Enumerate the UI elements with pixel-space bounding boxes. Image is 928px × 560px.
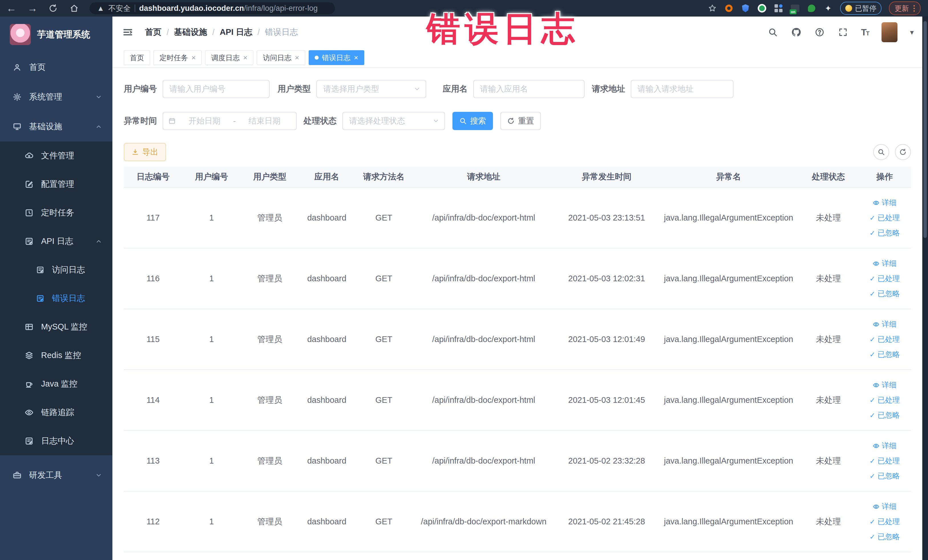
detail-link[interactable]: 详细 — [873, 198, 897, 208]
close-icon[interactable]: × — [243, 54, 247, 61]
mark-processed-link[interactable]: ✓ 已处理 — [870, 273, 900, 284]
cloud-upload-icon — [24, 151, 34, 160]
sidebar-item-java-monitor[interactable]: Java 监控 — [0, 370, 112, 398]
url-text[interactable]: dashboard.yudao.iocoder.cn/infra/log/api… — [139, 4, 318, 13]
sidebar-item-file-management[interactable]: 文件管理 — [0, 142, 112, 170]
detail-link[interactable]: 详细 — [873, 258, 897, 269]
cell-exception-time: 2021-05-03 12:01:45 — [554, 395, 659, 405]
extension-on-badge-icon[interactable]: on — [791, 4, 800, 13]
sidebar-item-tracing[interactable]: 链路追踪 — [0, 398, 112, 427]
mark-ignored-link[interactable]: ✓ 已忽略 — [870, 471, 900, 481]
sidebar-item-log-center[interactable]: 日志中心 — [0, 427, 112, 455]
sidebar-toggle-icon[interactable] — [123, 27, 133, 37]
search-icon[interactable] — [768, 27, 778, 38]
user-type-select[interactable]: 请选择用户类型 — [316, 80, 426, 98]
tag-home[interactable]: 首页 — [124, 50, 150, 65]
close-icon[interactable]: × — [191, 54, 196, 61]
request-url-input[interactable] — [631, 80, 733, 98]
detail-link[interactable]: 详细 — [873, 380, 897, 390]
caret-down-icon[interactable]: ▾ — [910, 28, 914, 37]
close-icon[interactable]: × — [354, 54, 358, 61]
mark-processed-link[interactable]: ✓ 已处理 — [870, 395, 900, 405]
sidebar-item-mysql-monitor[interactable]: MySQL 监控 — [0, 313, 112, 341]
cell-user-id: 1 — [182, 213, 241, 223]
tag-schedule-log[interactable]: 调度日志× — [205, 50, 253, 65]
browser-menu-kebab-icon[interactable] — [913, 5, 915, 12]
security-label[interactable]: 不安全 — [108, 3, 131, 14]
mark-ignored-link[interactable]: ✓ 已忽略 — [870, 349, 900, 359]
reset-button[interactable]: 重置 — [501, 112, 541, 130]
fullscreen-icon[interactable] — [838, 27, 849, 38]
user-id-input[interactable] — [163, 80, 270, 98]
sidebar-item-system[interactable]: 系统管理 — [0, 82, 112, 112]
paused-badge[interactable]: 已暂停 — [840, 2, 882, 15]
sidebar-item-home[interactable]: 首页 — [0, 52, 112, 82]
cell-user-type: 管理员 — [241, 334, 299, 345]
breadcrumb-api-log[interactable]: API 日志 — [220, 26, 252, 38]
extension-shield-icon[interactable] — [741, 4, 750, 13]
address-bar[interactable]: ▲ 不安全 dashboard.yudao.iocoder.cn/infra/l… — [90, 2, 335, 14]
cell-process-status: 未处理 — [798, 273, 858, 284]
start-date-placeholder[interactable]: 开始日期 — [178, 116, 231, 127]
extension-orange-icon[interactable] — [724, 4, 733, 13]
breadcrumb-home[interactable]: 首页 — [145, 26, 162, 38]
tag-error-log[interactable]: 错误日志× — [309, 50, 364, 65]
mark-processed-link[interactable]: ✓ 已处理 — [870, 334, 900, 344]
extension-green-circle-icon[interactable] — [757, 4, 766, 13]
sidebar-item-devtools[interactable]: 研发工具 — [0, 461, 112, 490]
tag-access-log[interactable]: 访问日志× — [257, 50, 305, 65]
sidebar-item-error-log[interactable]: 错误日志 — [0, 284, 112, 313]
col-exception-time: 异常发生时间 — [554, 171, 659, 183]
extension-grid-icon[interactable] — [774, 4, 783, 13]
home-icon[interactable] — [70, 4, 80, 13]
bookmark-star-icon[interactable] — [708, 4, 717, 13]
sidebar-item-redis-monitor[interactable]: Redis 监控 — [0, 341, 112, 370]
end-date-placeholder[interactable]: 结束日期 — [238, 116, 291, 127]
extensions-puzzle-icon[interactable]: ✦ — [824, 4, 833, 13]
breadcrumb-infra[interactable]: 基础设施 — [174, 26, 207, 38]
mark-processed-link[interactable]: ✓ 已处理 — [870, 213, 900, 223]
extension-leaf-icon[interactable] — [807, 4, 816, 13]
mark-ignored-link[interactable]: ✓ 已忽略 — [870, 410, 900, 420]
toggle-search-button[interactable] — [873, 144, 889, 160]
font-size-icon[interactable]: TT — [861, 27, 869, 38]
sidebar-item-infra[interactable]: 基础设施 — [0, 112, 112, 142]
back-icon[interactable]: ← — [6, 2, 17, 14]
mark-ignored-link[interactable]: ✓ 已忽略 — [870, 228, 900, 238]
url-domain: dashboard.yudao.iocoder.cn — [139, 4, 244, 12]
sidebar-item-config-management[interactable]: 配置管理 — [0, 170, 112, 198]
search-button[interactable]: 搜索 — [452, 112, 493, 130]
filter-user-type: 用户类型 请选择用户类型 — [278, 80, 426, 98]
mark-ignored-link[interactable]: ✓ 已忽略 — [870, 532, 900, 542]
date-range-picker[interactable]: 开始日期 - 结束日期 — [163, 112, 297, 130]
tag-scheduled-tasks[interactable]: 定时任务× — [154, 50, 202, 65]
refresh-button[interactable] — [895, 144, 911, 160]
close-icon[interactable]: × — [295, 54, 299, 61]
sidebar-item-access-log[interactable]: 访问日志 — [0, 256, 112, 284]
browser-update-button[interactable]: 更新 — [889, 2, 920, 15]
avatar[interactable] — [882, 22, 897, 42]
export-button[interactable]: 导出 — [124, 143, 166, 161]
help-icon[interactable] — [814, 27, 825, 38]
sidebar-item-api-log[interactable]: API 日志 — [0, 227, 112, 256]
mark-processed-link[interactable]: ✓ 已处理 — [870, 456, 900, 466]
table-row: 112 1 管理员 dashboard GET /api/infra/db-do… — [124, 491, 911, 552]
reload-icon[interactable] — [49, 4, 59, 13]
browser-scrollbar[interactable] — [922, 17, 928, 560]
mark-processed-link[interactable]: ✓ 已处理 — [870, 517, 900, 526]
sidebar-item-scheduled-tasks[interactable]: 定时任务 — [0, 198, 112, 227]
process-status-select[interactable]: 请选择处理状态 — [342, 112, 445, 130]
scrollbar-thumb[interactable] — [923, 21, 927, 238]
app-name-label: 应用名 — [443, 83, 467, 95]
detail-link[interactable]: 详细 — [873, 319, 897, 329]
detail-link[interactable]: 详细 — [873, 441, 897, 451]
detail-link[interactable]: 详细 — [873, 502, 897, 511]
forward-icon[interactable]: → — [27, 2, 38, 14]
cell-exception-time: 2021-05-03 12:01:49 — [554, 335, 659, 344]
security-warning-icon[interactable]: ▲ — [97, 5, 104, 12]
app-logo-row[interactable]: 芋道管理系统 — [0, 17, 112, 52]
app-name-input[interactable] — [473, 80, 585, 98]
mark-ignored-link[interactable]: ✓ 已忽略 — [870, 289, 900, 299]
github-icon[interactable] — [791, 27, 801, 38]
page-content: 用户编号 用户类型 请选择用户类型 应用名 请求地址 异常时间 — [112, 68, 922, 560]
